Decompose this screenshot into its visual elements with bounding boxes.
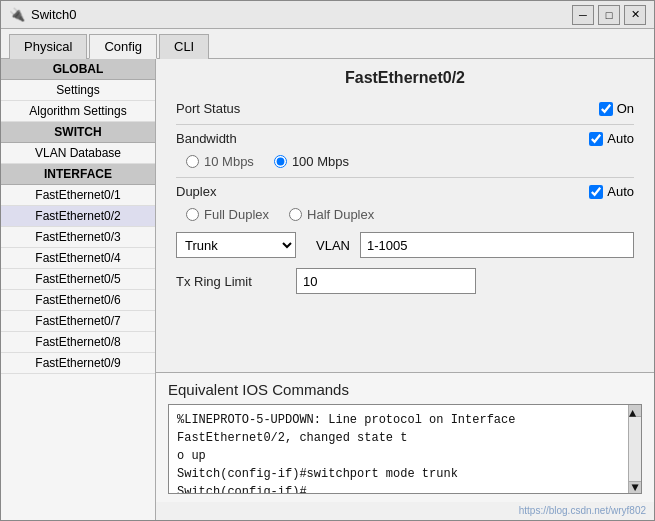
sidebar-item-fe03[interactable]: FastEthernet0/3: [1, 227, 155, 248]
half-duplex-label: Half Duplex: [307, 207, 374, 222]
interface-title: FastEthernet0/2: [176, 69, 634, 87]
port-status-row: Port Status On: [176, 101, 634, 116]
bandwidth-checkbox-label: Auto: [607, 131, 634, 146]
port-status-label: Port Status: [176, 101, 296, 116]
title-bar: 🔌 Switch0 ─ □ ✕: [1, 1, 654, 29]
content-area: GLOBAL Settings Algorithm Settings SWITC…: [1, 59, 654, 520]
duplex-checkbox[interactable]: [589, 185, 603, 199]
port-status-checkbox[interactable]: [599, 102, 613, 116]
bandwidth-10mbps-radio[interactable]: [186, 155, 199, 168]
ios-line-0: %LINEPROTO-5-UPDOWN: Line protocol on In…: [177, 413, 515, 445]
ios-title: Equivalent IOS Commands: [168, 381, 642, 398]
trunk-select[interactable]: Trunk Access Dynamic Auto Dynamic Desira…: [176, 232, 296, 258]
sidebar-item-settings[interactable]: Settings: [1, 80, 155, 101]
sidebar-item-fe06[interactable]: FastEthernet0/6: [1, 290, 155, 311]
minimize-button[interactable]: ─: [572, 5, 594, 25]
bandwidth-header-row: Bandwidth Auto: [176, 131, 634, 146]
bandwidth-100mbps-option[interactable]: 100 Mbps: [274, 154, 349, 169]
ios-line-1: o up: [177, 449, 206, 463]
tx-ring-input[interactable]: [296, 268, 476, 294]
sidebar-item-fe09[interactable]: FastEthernet0/9: [1, 353, 155, 374]
tab-physical[interactable]: Physical: [9, 34, 87, 59]
duplex-section: Duplex Auto Full Duplex: [176, 184, 634, 222]
bandwidth-section: Bandwidth Auto 10 Mbps: [176, 131, 634, 169]
sidebar-item-fe01[interactable]: FastEthernet0/1: [1, 185, 155, 206]
terminal-scrollbar[interactable]: ▲ ▼: [628, 405, 641, 493]
port-status-checkbox-group: On: [599, 101, 634, 116]
duplex-header-row: Duplex Auto: [176, 184, 634, 199]
window-controls: ─ □ ✕: [572, 5, 646, 25]
port-status-checkbox-label: On: [617, 101, 634, 116]
bandwidth-checkbox[interactable]: [589, 132, 603, 146]
bandwidth-10mbps-label: 10 Mbps: [204, 154, 254, 169]
interface-panel: FastEthernet0/2 Port Status On Bandwidth: [156, 59, 654, 372]
close-button[interactable]: ✕: [624, 5, 646, 25]
ios-terminal[interactable]: %LINEPROTO-5-UPDOWN: Line protocol on In…: [168, 404, 642, 494]
half-duplex-radio[interactable]: [289, 208, 302, 221]
maximize-button[interactable]: □: [598, 5, 620, 25]
tab-config[interactable]: Config: [89, 34, 157, 59]
scrollbar-up[interactable]: ▲: [629, 405, 641, 417]
sidebar-item-fe05[interactable]: FastEthernet0/5: [1, 269, 155, 290]
sidebar-item-fe08[interactable]: FastEthernet0/8: [1, 332, 155, 353]
app-icon: 🔌: [9, 7, 25, 23]
vlan-label: VLAN: [316, 238, 350, 253]
full-duplex-option[interactable]: Full Duplex: [186, 207, 269, 222]
bandwidth-checkbox-group: Auto: [589, 131, 634, 146]
sidebar-item-fe04[interactable]: FastEthernet0/4: [1, 248, 155, 269]
trunk-vlan-row: Trunk Access Dynamic Auto Dynamic Desira…: [176, 232, 634, 258]
watermark-bar: https://blog.csdn.net/wryf802: [156, 502, 654, 520]
sidebar-item-fe07[interactable]: FastEthernet0/7: [1, 311, 155, 332]
tab-bar: Physical Config CLI: [1, 29, 654, 59]
full-duplex-label: Full Duplex: [204, 207, 269, 222]
switch-section-header: SWITCH: [1, 122, 155, 143]
half-duplex-option[interactable]: Half Duplex: [289, 207, 374, 222]
sidebar-item-vlan-database[interactable]: VLAN Database: [1, 143, 155, 164]
bandwidth-100mbps-radio[interactable]: [274, 155, 287, 168]
sidebar-item-algorithm-settings[interactable]: Algorithm Settings: [1, 101, 155, 122]
global-section-header: GLOBAL: [1, 59, 155, 80]
bandwidth-radio-group: 10 Mbps 100 Mbps: [176, 154, 634, 169]
tx-ring-row: Tx Ring Limit: [176, 268, 634, 294]
tab-cli[interactable]: CLI: [159, 34, 209, 59]
full-duplex-radio[interactable]: [186, 208, 199, 221]
vlan-input[interactable]: [360, 232, 634, 258]
tx-ring-label: Tx Ring Limit: [176, 274, 296, 289]
sidebar: GLOBAL Settings Algorithm Settings SWITC…: [1, 59, 156, 520]
duplex-checkbox-group: Auto: [589, 184, 634, 199]
duplex-radio-group: Full Duplex Half Duplex: [176, 207, 634, 222]
ios-section: Equivalent IOS Commands %LINEPROTO-5-UPD…: [156, 372, 654, 502]
main-window: 🔌 Switch0 ─ □ ✕ Physical Config CLI GLOB…: [0, 0, 655, 521]
ios-line-2: Switch(config-if)#switchport mode trunk: [177, 467, 458, 481]
window-title: Switch0: [31, 7, 566, 22]
bandwidth-label: Bandwidth: [176, 131, 296, 146]
bandwidth-100mbps-label: 100 Mbps: [292, 154, 349, 169]
interface-section-header: INTERFACE: [1, 164, 155, 185]
main-panel: FastEthernet0/2 Port Status On Bandwidth: [156, 59, 654, 520]
duplex-checkbox-label: Auto: [607, 184, 634, 199]
ios-line-3: Switch(config-if)#: [177, 485, 307, 494]
duplex-label: Duplex: [176, 184, 296, 199]
scrollbar-down[interactable]: ▼: [629, 481, 641, 493]
sidebar-item-fe02[interactable]: FastEthernet0/2: [1, 206, 155, 227]
watermark-text: https://blog.csdn.net/wryf802: [519, 505, 646, 516]
bandwidth-10mbps-option[interactable]: 10 Mbps: [186, 154, 254, 169]
